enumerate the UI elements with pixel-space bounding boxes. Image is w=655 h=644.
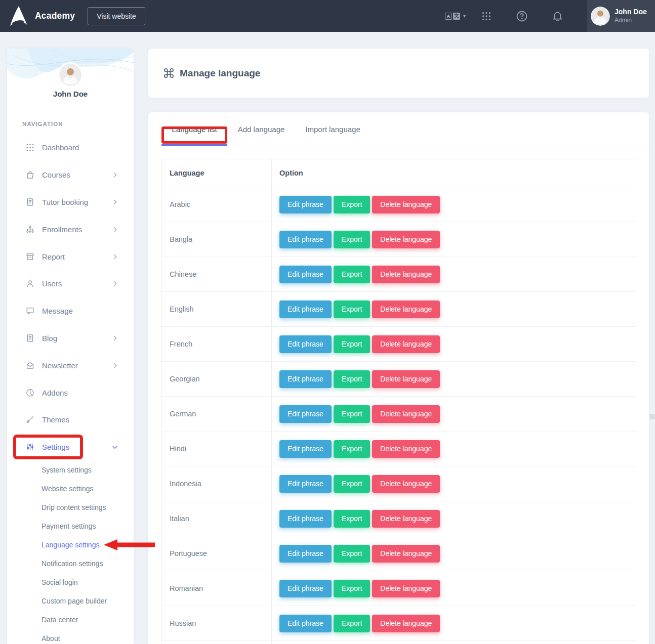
export-button[interactable]: Export [334, 510, 370, 528]
sidebar-item-themes[interactable]: Themes [7, 406, 134, 434]
delete-language-button[interactable]: Delete language [372, 510, 440, 528]
table-row-portuguese: PortugueseEdit phraseExportDelete langua… [161, 536, 636, 571]
tab-add-language[interactable]: Add language [227, 112, 295, 146]
top-header: Academy Visit website A 文 ▾ [0, 0, 655, 32]
edit-phrase-button[interactable]: Edit phrase [279, 266, 332, 283]
sidebar-item-dashboard[interactable]: Dashboard [7, 134, 134, 161]
export-button[interactable]: Export [334, 580, 370, 597]
delete-language-button[interactable]: Delete language [372, 615, 440, 632]
visit-website-button[interactable]: Visit website [88, 7, 145, 25]
tab-language-list[interactable]: Language list [161, 112, 227, 146]
export-button[interactable]: Export [334, 370, 370, 388]
edit-phrase-button[interactable]: Edit phrase [279, 440, 332, 458]
submenu-item-system-settings[interactable]: System settings [7, 460, 134, 479]
delete-language-button[interactable]: Delete language [372, 370, 440, 388]
edit-phrase-button[interactable]: Edit phrase [279, 405, 332, 423]
sidebar-item-users[interactable]: Users [7, 270, 134, 297]
export-button[interactable]: Export [334, 231, 370, 248]
delete-language-button[interactable]: Delete language [372, 335, 440, 353]
export-button[interactable]: Export [334, 300, 370, 318]
submenu-item-label: Language settings [42, 541, 99, 549]
delete-language-button[interactable]: Delete language [372, 475, 440, 493]
sidebar-item-blog[interactable]: Blog [7, 325, 134, 352]
option-cell: Edit phraseExportDelete language [272, 606, 636, 640]
option-cell: Edit phraseExportDelete language [272, 501, 636, 536]
table-row-english: EnglishEdit phraseExportDelete language [161, 291, 636, 326]
bell-icon[interactable] [552, 10, 563, 22]
edit-phrase-button[interactable]: Edit phrase [279, 370, 332, 388]
submenu-item-language-settings[interactable]: Language settings [7, 535, 134, 554]
export-button[interactable]: Export [334, 440, 370, 458]
delete-language-button[interactable]: Delete language [372, 266, 440, 283]
table-row-arabic: ArabicEdit phraseExportDelete language [161, 187, 636, 222]
submenu-item-notification-settings[interactable]: Notification settings [7, 554, 134, 573]
edit-phrase-button[interactable]: Edit phrase [279, 231, 332, 248]
edit-phrase-button[interactable]: Edit phrase [279, 475, 332, 493]
sidebar-item-courses[interactable]: Courses [7, 161, 134, 189]
edit-phrase-button[interactable]: Edit phrase [279, 335, 332, 353]
edit-phrase-button[interactable]: Edit phrase [279, 196, 332, 213]
grid-icon [25, 143, 35, 153]
user-icon [25, 279, 35, 289]
table-body: ArabicEdit phraseExportDelete languageBa… [161, 187, 636, 640]
export-button[interactable]: Export [334, 266, 370, 283]
submenu-item-custom-page-builder[interactable]: Custom page builder [7, 591, 134, 610]
submenu-item-social-login[interactable]: Social login [7, 573, 134, 591]
sidebar-item-newsletter[interactable]: Newsletter [7, 352, 134, 379]
tab-label: Language list [172, 125, 217, 134]
sidebar-item-addons[interactable]: Addons [7, 379, 134, 406]
export-button[interactable]: Export [334, 405, 370, 423]
chevron-right-icon [112, 280, 118, 287]
translate-icon[interactable]: A 文 ▾ [445, 13, 466, 20]
export-button[interactable]: Export [334, 475, 370, 493]
translate-a-glyph: A [445, 13, 452, 20]
sidebar-menu: DashboardCoursesTutor bookingEnrollments… [7, 134, 134, 461]
edit-phrase-button[interactable]: Edit phrase [279, 300, 332, 318]
user-name: John Doe [615, 8, 647, 17]
sidebar-item-report[interactable]: Report [7, 243, 134, 270]
sidebar-item-settings[interactable]: Settings [7, 434, 134, 461]
submenu-item-label: System settings [42, 466, 92, 474]
language-cell: English [161, 292, 272, 326]
edit-phrase-button[interactable]: Edit phrase [279, 580, 332, 597]
edit-phrase-button[interactable]: Edit phrase [279, 510, 332, 528]
submenu-item-website-settings[interactable]: Website settings [7, 479, 134, 498]
delete-language-button[interactable]: Delete language [372, 440, 440, 458]
delete-language-button[interactable]: Delete language [372, 196, 440, 213]
submenu-item-data-center[interactable]: Data center [7, 610, 134, 629]
tab-import-language[interactable]: Import language [295, 112, 371, 146]
sidebar-item-message[interactable]: Message [7, 297, 134, 325]
scrollbar-thumb[interactable] [649, 414, 655, 419]
sidebar-item-enrollments[interactable]: Enrollments [7, 216, 134, 243]
submenu-item-payment-settings[interactable]: Payment settings [7, 517, 134, 535]
edit-phrase-button[interactable]: Edit phrase [279, 545, 332, 563]
sidebar-item-tutor-booking[interactable]: Tutor booking [7, 189, 134, 216]
export-button[interactable]: Export [334, 335, 370, 353]
submenu-item-label: About [42, 634, 60, 642]
page-title-card: Manage language [148, 49, 649, 98]
delete-language-button[interactable]: Delete language [372, 580, 440, 597]
export-button[interactable]: Export [334, 196, 370, 213]
apps-grid-icon[interactable] [481, 11, 492, 22]
translate-zh-glyph: 文 [453, 13, 460, 20]
user-menu[interactable]: John Doe Admin [587, 0, 655, 32]
delete-language-button[interactable]: Delete language [372, 545, 440, 563]
delete-language-button[interactable]: Delete language [372, 231, 440, 248]
submenu-item-about[interactable]: About [7, 629, 134, 644]
edit-phrase-button[interactable]: Edit phrase [279, 615, 332, 632]
table-row-russian: RussianEdit phraseExportDelete language [161, 606, 636, 640]
export-button[interactable]: Export [334, 545, 370, 563]
command-icon [163, 67, 175, 79]
academy-logo-icon[interactable] [7, 5, 30, 27]
chevron-down-icon: ▾ [463, 13, 466, 19]
submenu-item-label: Custom page builder [42, 597, 107, 605]
export-button[interactable]: Export [334, 615, 370, 632]
sidebar-item-label: Addons [42, 389, 68, 397]
delete-language-button[interactable]: Delete language [372, 300, 440, 318]
chevron-down-icon [111, 444, 118, 451]
manage-language-card: Language listAdd languageImport language… [148, 112, 649, 644]
delete-language-button[interactable]: Delete language [372, 405, 440, 423]
avatar[interactable] [59, 64, 81, 86]
help-icon[interactable] [516, 10, 528, 22]
submenu-item-drip-content-settings[interactable]: Drip content settings [7, 498, 134, 517]
